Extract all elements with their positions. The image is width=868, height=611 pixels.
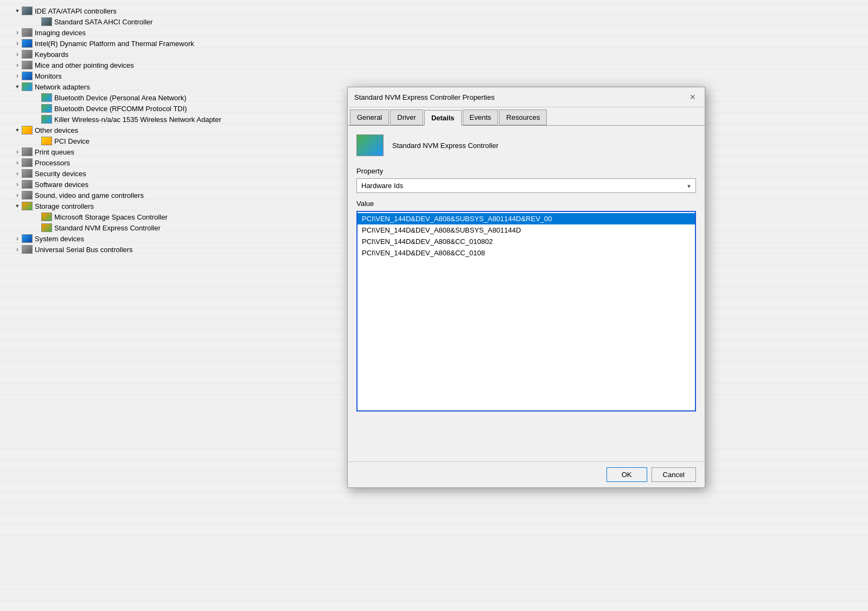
tree-chevron: › xyxy=(13,148,22,156)
value-list-item[interactable]: PCI\VEN_144D&DEV_A808&CC_0108 xyxy=(358,247,695,259)
property-dropdown-value: Hardware Ids xyxy=(361,182,403,190)
device-type-icon xyxy=(22,61,33,69)
device-type-icon xyxy=(22,72,33,80)
tree-item-label: Bluetooth Device (RFCOMM Protocol TDI) xyxy=(54,105,187,113)
device-type-icon xyxy=(22,28,33,37)
tree-chevron: › xyxy=(13,29,22,36)
value-list-item[interactable]: PCI\VEN_144D&DEV_A808&SUBSYS_A801144D&RE… xyxy=(358,213,695,224)
tree-item-ide-ata[interactable]: ▼IDE ATA/ATAPI controllers xyxy=(11,5,857,16)
device-type-icon xyxy=(22,147,33,156)
device-type-icon xyxy=(22,7,33,15)
tree-item-label: Mice and other pointing devices xyxy=(35,61,134,69)
tree-chevron: › xyxy=(13,246,22,253)
tree-item-imaging[interactable]: ›Imaging devices xyxy=(11,27,857,38)
tree-item-mice[interactable]: ›Mice and other pointing devices xyxy=(11,60,857,70)
device-type-icon xyxy=(22,191,33,200)
device-type-icon xyxy=(22,50,33,59)
device-type-icon xyxy=(22,82,33,91)
tree-chevron: › xyxy=(13,50,22,58)
device-type-icon xyxy=(41,115,52,124)
tree-item-label: Monitors xyxy=(35,72,62,80)
tree-item-label: Standard NVM Express Controller xyxy=(54,224,161,232)
ok-button[interactable]: OK xyxy=(607,467,647,482)
device-type-icon xyxy=(22,158,33,167)
device-type-icon xyxy=(22,202,33,210)
value-label: Value xyxy=(356,200,696,208)
tree-item-label: Imaging devices xyxy=(35,29,86,37)
tree-item-label: Keyboards xyxy=(35,50,68,59)
tab-details[interactable]: Details xyxy=(424,110,462,126)
device-name-label: Standard NVM Express Controller xyxy=(392,142,499,150)
tree-item-intel-dynamic[interactable]: ›Intel(R) Dynamic Platform and Thermal F… xyxy=(11,38,857,49)
device-type-icon xyxy=(22,180,33,189)
tree-item-keyboards[interactable]: ›Keyboards xyxy=(11,49,857,60)
tree-item-label: Sound, video and game controllers xyxy=(35,191,144,200)
tree-chevron: › xyxy=(13,61,22,69)
device-type-icon: ⚠ xyxy=(41,137,52,145)
dialog-title: Standard NVM Express Controller Properti… xyxy=(354,93,495,101)
tree-item-label: Network adapters xyxy=(35,83,90,91)
properties-dialog: Standard NVM Express Controller Properti… xyxy=(347,87,705,488)
tab-resources[interactable]: Resources xyxy=(499,110,547,125)
tree-item-label: Software devices xyxy=(35,181,88,189)
tree-chevron: › xyxy=(13,235,22,242)
tree-chevron: ▼ xyxy=(13,8,22,14)
tree-item-label: PCI Device xyxy=(54,137,90,145)
close-button[interactable]: ✕ xyxy=(687,92,698,102)
dialog-footer: OK Cancel xyxy=(348,461,705,487)
tree-item-std-sata[interactable]: Standard SATA AHCI Controller xyxy=(11,16,857,27)
cancel-button[interactable]: Cancel xyxy=(652,467,696,482)
chevron-down-icon: ▼ xyxy=(686,183,692,189)
tree-chevron: › xyxy=(13,72,22,80)
tab-general[interactable]: General xyxy=(350,110,389,125)
device-type-icon xyxy=(41,17,52,26)
tree-chevron: ▼ xyxy=(13,127,22,133)
value-list-item[interactable]: PCI\VEN_144D&DEV_A808&SUBSYS_A801144D xyxy=(358,224,695,236)
dialog-content: Standard NVM Express Controller Property… xyxy=(348,126,705,461)
tree-item-label: Intel(R) Dynamic Platform and Thermal Fr… xyxy=(35,40,194,48)
tree-item-label: Standard SATA AHCI Controller xyxy=(54,18,153,26)
tree-item-monitors[interactable]: ›Monitors xyxy=(11,70,857,81)
tree-chevron: › xyxy=(13,159,22,166)
tab-events[interactable]: Events xyxy=(463,110,499,125)
property-dropdown-wrapper[interactable]: Hardware Ids ▼ xyxy=(356,178,696,193)
device-type-icon xyxy=(41,104,52,113)
tree-item-label: Microsoft Storage Spaces Controller xyxy=(54,213,168,221)
tree-item-label: IDE ATA/ATAPI controllers xyxy=(35,7,117,15)
device-type-icon xyxy=(22,39,33,48)
tree-item-label: System devices xyxy=(35,235,84,243)
device-type-icon xyxy=(41,223,52,232)
device-type-icon xyxy=(41,213,52,221)
tree-item-label: Print queues xyxy=(35,148,74,156)
device-icon-large xyxy=(356,134,384,156)
device-type-icon xyxy=(22,126,33,134)
dialog-tabs: GeneralDriverDetailsEventsResources xyxy=(348,107,705,126)
tree-item-label: Killer Wireless-n/a/ac 1535 Wireless Net… xyxy=(54,115,221,124)
tree-item-label: Bluetooth Device (Personal Area Network) xyxy=(54,94,187,102)
tree-item-label: Processors xyxy=(35,159,70,167)
device-type-icon xyxy=(22,234,33,243)
device-header: Standard NVM Express Controller xyxy=(356,134,696,156)
device-type-icon xyxy=(22,169,33,178)
tree-item-label: Other devices xyxy=(35,126,78,134)
tree-chevron: › xyxy=(13,40,22,47)
property-dropdown[interactable]: Hardware Ids ▼ xyxy=(356,178,696,193)
tree-item-label: Security devices xyxy=(35,170,86,178)
property-label: Property xyxy=(356,167,696,175)
tree-chevron: › xyxy=(13,181,22,188)
tree-chevron: ▼ xyxy=(13,84,22,89)
tree-item-label: Universal Serial Bus controllers xyxy=(35,246,133,254)
dialog-titlebar: Standard NVM Express Controller Properti… xyxy=(348,87,705,107)
tree-item-label: Storage controllers xyxy=(35,202,94,210)
tree-chevron: › xyxy=(13,170,22,177)
device-type-icon xyxy=(41,93,52,102)
tree-chevron: ▼ xyxy=(13,203,22,209)
tab-driver[interactable]: Driver xyxy=(390,110,423,125)
tree-chevron: › xyxy=(13,191,22,199)
value-list-item[interactable]: PCI\VEN_144D&DEV_A808&CC_010802 xyxy=(358,236,695,247)
device-type-icon xyxy=(22,245,33,254)
value-list[interactable]: PCI\VEN_144D&DEV_A808&SUBSYS_A801144D&RE… xyxy=(356,211,696,411)
